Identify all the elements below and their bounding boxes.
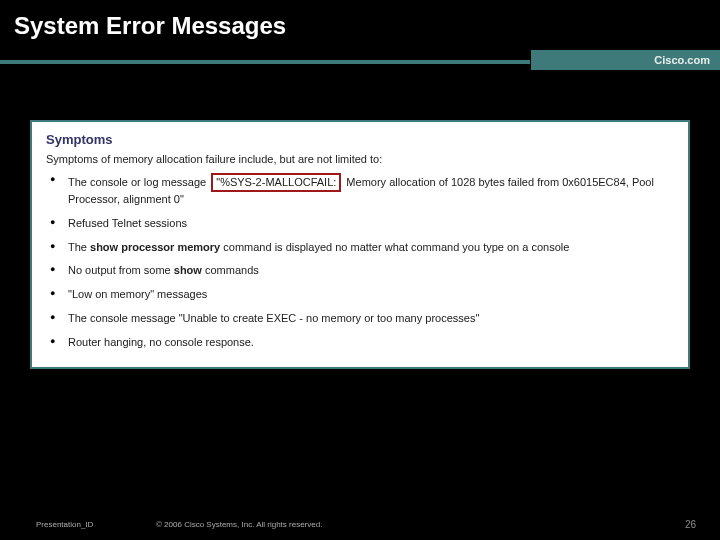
slide-title: System Error Messages	[0, 0, 720, 50]
list-item: The console message "Unable to create EX…	[64, 311, 674, 326]
section-title: Symptoms	[46, 132, 674, 147]
presentation-id: Presentation_ID	[36, 520, 156, 529]
intro-text: Symptoms of memory allocation failure in…	[46, 153, 674, 165]
list-item: Router hanging, no console response.	[64, 335, 674, 350]
list-text: No output from some	[68, 264, 174, 276]
footer: Presentation_ID © 2006 Cisco Systems, In…	[0, 519, 720, 530]
list-item: The show processor memory command is dis…	[64, 240, 674, 255]
list-item: No output from some show commands	[64, 263, 674, 278]
list-item: "Low on memory" messages	[64, 287, 674, 302]
content-panel: Symptoms Symptoms of memory allocation f…	[30, 120, 690, 369]
copyright-text: © 2006 Cisco Systems, Inc. All rights re…	[156, 520, 685, 529]
command-text: show processor memory	[90, 241, 220, 253]
list-text: command is displayed no matter what comm…	[220, 241, 569, 253]
brand-bar: Cisco.com	[530, 50, 720, 70]
list-text: The console or log message	[68, 176, 209, 188]
list-text: commands	[202, 264, 259, 276]
list-item: Refused Telnet sessions	[64, 216, 674, 231]
header-rule: Cisco.com	[0, 50, 720, 76]
page-number: 26	[685, 519, 696, 530]
list-item: The console or log message "%SYS-2-MALLO…	[64, 173, 674, 207]
highlight-box: "%SYS-2-MALLOCFAIL:	[211, 173, 341, 192]
command-text: show	[174, 264, 202, 276]
symptom-list: The console or log message "%SYS-2-MALLO…	[46, 173, 674, 350]
list-text: The	[68, 241, 90, 253]
